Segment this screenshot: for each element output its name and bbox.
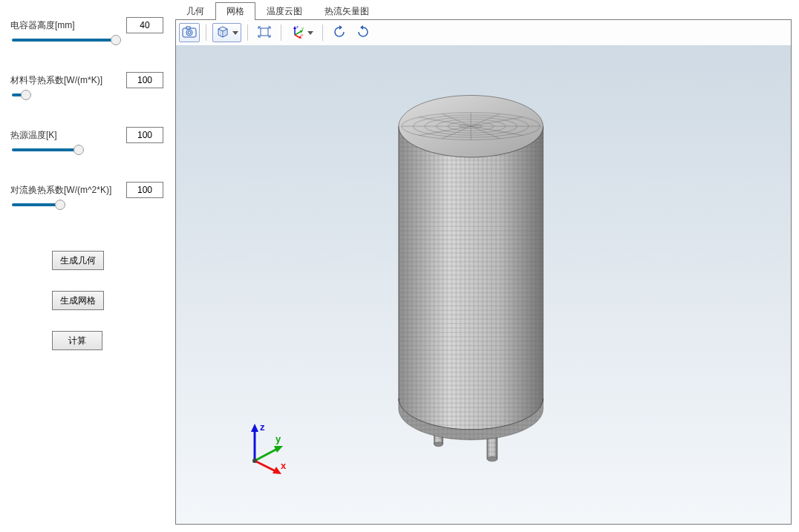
svg-rect-8 <box>261 28 268 36</box>
param-label: 电容器高度[mm] <box>10 19 75 32</box>
conductivity-input[interactable] <box>126 72 163 88</box>
svg-line-13 <box>295 35 300 38</box>
chevron-down-icon <box>232 31 238 35</box>
svg-rect-0 <box>183 28 196 37</box>
convection-input[interactable] <box>126 182 163 198</box>
tab-mesh[interactable]: 网格 <box>215 2 255 20</box>
orientation-triad: z y x <box>240 420 299 479</box>
svg-point-37 <box>487 457 498 462</box>
svg-point-48 <box>252 459 257 463</box>
toolbar-separator <box>322 24 323 41</box>
source-temp-input[interactable] <box>126 127 163 143</box>
chevron-down-icon <box>307 31 313 35</box>
app-root: 电容器高度[mm] 材料导热系数[W/(m*K)] 热源温度[K] <box>0 0 799 532</box>
param-label: 材料导热系数[W/(m*K)] <box>10 74 102 87</box>
rotate-ccw-icon <box>332 25 347 41</box>
axis-view-button[interactable]: z y x <box>287 23 316 42</box>
svg-rect-1 <box>186 27 190 29</box>
viewport-3d[interactable]: z y x <box>176 45 791 524</box>
svg-point-34 <box>434 442 443 447</box>
camera-icon <box>182 26 197 40</box>
param-source-temp: 热源温度[K] <box>10 126 163 151</box>
rotate-ccw-button[interactable] <box>329 23 350 42</box>
svg-marker-18 <box>339 25 342 30</box>
toolbar-separator <box>281 24 281 41</box>
svg-line-11 <box>295 31 301 35</box>
convection-slider[interactable] <box>12 203 127 206</box>
param-conductivity: 材料导热系数[W/(m*K)] <box>10 71 163 96</box>
rotate-cw-icon <box>356 25 371 41</box>
svg-text:z: z <box>296 25 299 29</box>
view-tabs: 几何 网格 温度云图 热流矢量图 <box>175 1 799 19</box>
param-label: 热源温度[K] <box>10 129 57 142</box>
snapshot-button[interactable] <box>179 23 200 42</box>
param-convection: 对流换热系数[W/(m^2*K)] <box>10 181 163 206</box>
svg-text:x: x <box>301 33 303 37</box>
param-label: 对流换热系数[W/(m^2*K)] <box>10 184 111 197</box>
svg-marker-10 <box>293 26 296 29</box>
generate-mesh-button[interactable]: 生成网格 <box>52 291 104 310</box>
source-temp-slider[interactable] <box>12 148 127 151</box>
generate-geometry-button[interactable]: 生成几何 <box>52 251 104 270</box>
svg-marker-12 <box>300 30 303 33</box>
viewer-container: z y x <box>175 19 792 525</box>
svg-point-3 <box>188 31 191 34</box>
svg-line-46 <box>255 461 277 472</box>
param-height: 电容器高度[mm] <box>10 16 163 42</box>
conductivity-slider[interactable] <box>12 93 127 96</box>
parameter-panel: 电容器高度[mm] 材料导热系数[W/(m*K)] 热源温度[K] <box>0 0 171 532</box>
axis-y-label: y <box>275 433 281 444</box>
compute-button[interactable]: 计算 <box>52 331 102 350</box>
cube-view-icon <box>215 25 230 41</box>
height-slider[interactable] <box>12 39 127 42</box>
tab-geometry[interactable]: 几何 <box>175 2 215 20</box>
axis-x-label: x <box>281 460 287 471</box>
zoom-extents-button[interactable] <box>254 23 275 42</box>
toolbar-separator <box>206 24 206 41</box>
right-area: 几何 网格 温度云图 热流矢量图 <box>171 0 799 532</box>
svg-point-2 <box>186 30 192 36</box>
svg-line-44 <box>255 448 278 461</box>
svg-marker-19 <box>360 25 363 30</box>
axis-z-label: z <box>260 421 265 433</box>
viewer-toolbar: z y x <box>176 20 791 45</box>
svg-marker-14 <box>299 36 301 39</box>
rotate-cw-button[interactable] <box>353 23 374 42</box>
action-buttons: 生成几何 生成网格 计算 <box>10 251 163 371</box>
zoom-extents-icon <box>257 25 272 41</box>
svg-marker-43 <box>251 424 258 432</box>
toolbar-separator <box>247 24 248 41</box>
svg-text:y: y <box>301 26 304 30</box>
axis-xyz-icon: z y x <box>290 25 305 41</box>
svg-rect-39 <box>399 95 543 157</box>
height-input[interactable] <box>126 17 163 33</box>
cube-view-button[interactable] <box>212 23 241 42</box>
svg-marker-4 <box>218 27 227 37</box>
tab-temperature[interactable]: 温度云图 <box>255 2 313 20</box>
tab-heatflux[interactable]: 热流矢量图 <box>313 2 380 20</box>
